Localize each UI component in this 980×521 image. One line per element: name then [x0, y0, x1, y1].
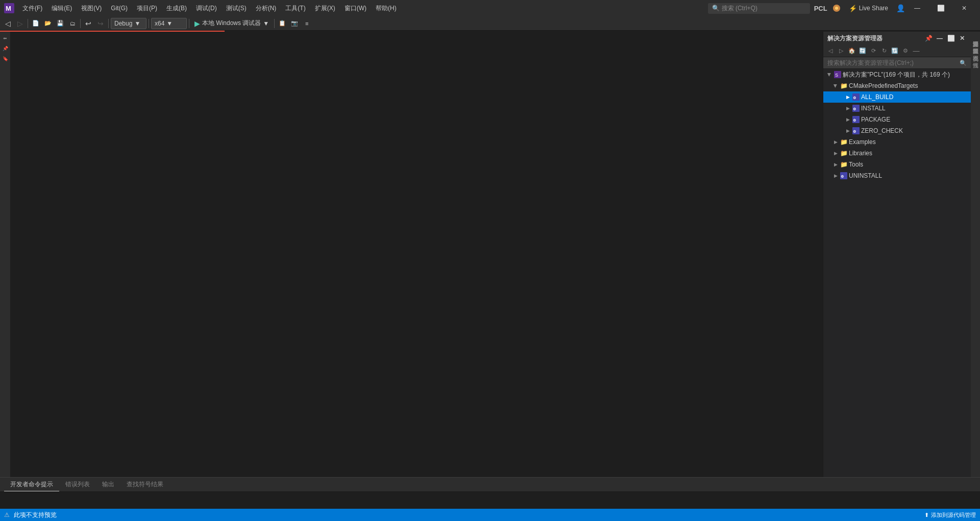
statusbar: ⚠ 此项不支持预览 ⬆ 添加到源代码管理 — [0, 509, 980, 521]
menu-debug[interactable]: 调试(D) — [192, 2, 221, 15]
examples-label: Examples — [849, 138, 969, 146]
toolbar-separator-6 — [274, 19, 275, 28]
se-minimize-button[interactable]: — — [935, 34, 944, 43]
all-build-item[interactable]: ▶ ⚙ ALL_BUILD — [823, 91, 971, 103]
se-title-label: 解决方案资源管理器 — [827, 34, 883, 43]
menu-file[interactable]: 文件(F) — [18, 2, 46, 15]
svg-text:⚙: ⚙ — [853, 130, 856, 133]
svg-text:⚙: ⚙ — [853, 107, 856, 111]
save-button[interactable]: 💾 — [55, 18, 66, 29]
right-tab-4[interactable]: 属性 — [971, 55, 981, 61]
libraries-item[interactable]: ▶ 📁 Libraries — [823, 148, 971, 159]
install-item[interactable]: ▶ ⚙ INSTALL — [823, 103, 971, 114]
run-button[interactable]: ▶ 本地 Windows 调试器 ▼ — [191, 18, 272, 29]
menu-project[interactable]: 项目(P) — [133, 2, 161, 15]
se-collapse-btn[interactable]: — — [911, 46, 921, 56]
examples-item[interactable]: ▶ 📁 Examples — [823, 136, 971, 148]
menu-analyze[interactable]: 分析(N) — [252, 2, 281, 15]
copilot-icon[interactable] — [831, 3, 842, 13]
all-build-chevron[interactable]: ▶ — [844, 93, 852, 101]
se-search-icon[interactable]: 🔍 — [960, 60, 967, 66]
save-all-button[interactable]: 🗂 — [67, 18, 78, 29]
close-button[interactable]: ✕ — [952, 0, 976, 16]
left-icon-1[interactable]: ⬅ — [1, 34, 10, 43]
zero-check-icon: ⚙ — [852, 127, 860, 135]
bottom-tab-1[interactable]: 错误列表 — [59, 478, 96, 491]
bottom-content — [0, 492, 980, 509]
bottom-panel: 开发者命令提示 错误列表 输出 查找符号结果 — [0, 477, 980, 509]
forward-button[interactable]: ▷ — [14, 18, 26, 29]
libraries-chevron[interactable]: ▶ — [831, 149, 840, 157]
add-source-control-label[interactable]: 添加到源代码管理 — [931, 511, 976, 519]
menu-extensions[interactable]: 扩展(X) — [311, 2, 339, 15]
se-sync2-btn[interactable]: ↻ — [879, 46, 889, 56]
menu-edit[interactable]: 编辑(E) — [47, 2, 76, 15]
menu-tools[interactable]: 工具(T) — [281, 2, 309, 15]
tools-item[interactable]: ▶ 📁 Tools — [823, 159, 971, 170]
platform-dropdown[interactable]: x64 ▼ — [151, 18, 187, 29]
se-refresh2-btn[interactable]: 🔃 — [890, 46, 900, 56]
camera-button[interactable]: 📷 — [289, 18, 300, 29]
cmake-predefined-chevron[interactable]: ▶ — [831, 82, 840, 90]
open-file-button[interactable]: 📂 — [42, 18, 54, 29]
se-search-input[interactable] — [827, 59, 960, 66]
zero-check-chevron[interactable]: ▶ — [844, 127, 852, 135]
back-button[interactable]: ◁ — [2, 18, 13, 29]
se-tree: ▶ S 解决方案"PCL"(169 个项目，共 169 个) ▶ 📁 CMake… — [823, 69, 971, 477]
titlebar-right: PCL ⚡ Live Share 👤 — [814, 3, 905, 13]
new-file-button[interactable]: 📄 — [30, 18, 41, 29]
debug-config-dropdown[interactable]: Debug ▼ — [111, 18, 146, 29]
uninstall-icon: ⚙ — [840, 172, 848, 180]
extra-button[interactable]: ≡ — [301, 18, 312, 29]
se-pin-button[interactable]: 📌 — [924, 34, 933, 43]
examples-chevron[interactable]: ▶ — [831, 138, 840, 146]
window-controls: — ⬜ ✕ — [905, 0, 976, 16]
redo-button[interactable]: ↪ — [95, 18, 106, 29]
package-chevron[interactable]: ▶ — [844, 115, 852, 124]
liveshare-button[interactable]: ⚡ Live Share — [846, 4, 891, 13]
se-settings-btn[interactable]: ⚙ — [900, 46, 911, 56]
maximize-button[interactable]: ⬜ — [929, 0, 952, 16]
left-icon-3[interactable]: 🔖 — [1, 54, 10, 63]
right-tabs: 解决方案资源管理器 团队资源管理器 类视图 属性 — [971, 32, 980, 477]
cmake-predefined-item[interactable]: ▶ 📁 CMakePredefinedTargets — [823, 80, 971, 91]
minimize-button[interactable]: — — [905, 0, 929, 16]
menu-view[interactable]: 视图(V) — [77, 2, 106, 15]
all-build-icon: ⚙ — [852, 93, 860, 101]
libraries-label: Libraries — [849, 150, 969, 157]
menu-help[interactable]: 帮助(H) — [372, 2, 401, 15]
right-tab-1[interactable]: 解决方案资源管理器 — [971, 34, 981, 40]
se-refresh-btn[interactable]: 🔄 — [857, 46, 868, 56]
install-chevron[interactable]: ▶ — [844, 104, 852, 112]
solution-chevron[interactable]: ▶ — [825, 70, 834, 79]
profile-icon[interactable]: 👤 — [895, 3, 905, 13]
uninstall-item[interactable]: ▶ ⚙ UNINSTALL — [823, 170, 971, 181]
se-forward-btn[interactable]: ▷ — [836, 46, 846, 56]
bottom-tab-2[interactable]: 输出 — [96, 478, 120, 491]
undo-button[interactable]: ↩ — [83, 18, 94, 29]
zero-check-item[interactable]: ▶ ⚙ ZERO_CHECK — [823, 125, 971, 136]
se-sync-btn[interactable]: ⟳ — [868, 46, 878, 56]
menu-window[interactable]: 窗口(W) — [340, 2, 371, 15]
menu-git[interactable]: Git(G) — [107, 3, 132, 14]
toolbar-separator-5 — [189, 19, 189, 28]
se-home-btn[interactable]: 🏠 — [847, 46, 857, 56]
se-maximize-button[interactable]: ⬜ — [946, 34, 955, 43]
right-tab-2[interactable]: 团队资源管理器 — [971, 41, 981, 47]
menu-test[interactable]: 测试(S) — [222, 2, 251, 15]
status-warning-text[interactable]: 此项不支持预览 — [12, 511, 59, 519]
bottom-tab-0[interactable]: 开发者命令提示 — [4, 478, 59, 491]
uninstall-chevron[interactable]: ▶ — [831, 172, 840, 180]
search-box[interactable]: 🔍 搜索 (Ctrl+Q) — [708, 3, 810, 14]
right-tab-3[interactable]: 类视图 — [971, 48, 981, 54]
tools-chevron[interactable]: ▶ — [831, 160, 840, 169]
svg-text:⚙: ⚙ — [841, 175, 844, 178]
se-back-btn[interactable]: ◁ — [825, 46, 836, 56]
left-icon-2[interactable]: 📌 — [1, 44, 10, 53]
bottom-tab-3[interactable]: 查找符号结果 — [120, 478, 169, 491]
attach-button[interactable]: 📋 — [277, 18, 288, 29]
package-item[interactable]: ▶ ⚙ PACKAGE — [823, 114, 971, 125]
menu-build[interactable]: 生成(B) — [162, 2, 191, 15]
cmake-predefined-label: CMakePredefinedTargets — [849, 82, 969, 89]
se-close-button[interactable]: ✕ — [958, 34, 967, 43]
